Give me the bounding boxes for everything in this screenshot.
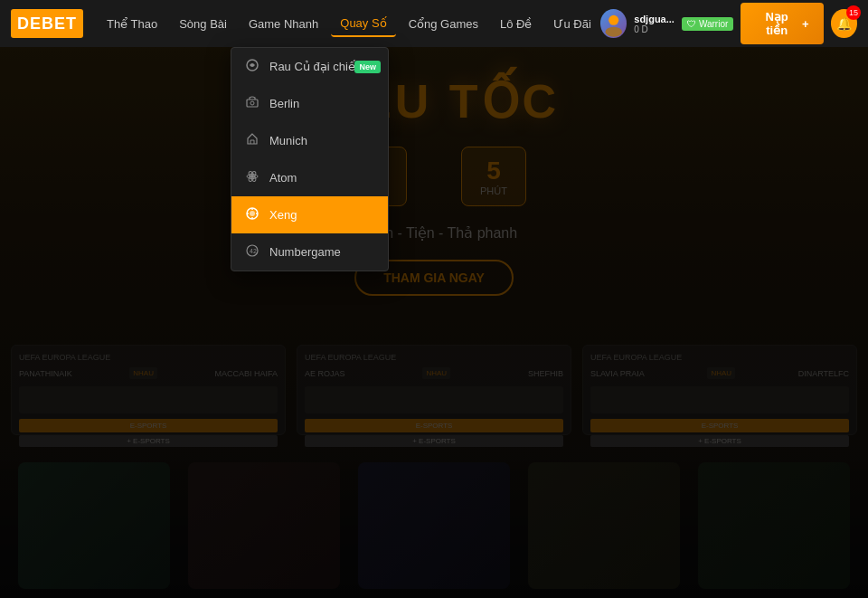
match-label-3: NHAU [707, 367, 735, 379]
notification-bell[interactable]: 🔔 15 [831, 9, 857, 38]
header: DEBET Thể Thao Sòng Bài Game Nhanh Quay … [0, 0, 868, 47]
user-info: sdjgua... 0 D [634, 14, 675, 34]
team1-1: PANATHINAIK [19, 369, 72, 378]
numbergame-icon: 42 [244, 243, 260, 261]
dropdown-menu: Rau Củ đại chiến New Berlin Mun [231, 47, 389, 271]
bet-btn-3[interactable]: E-SPORTS [590, 419, 849, 432]
team2-2: SHEFHIB [528, 369, 563, 378]
team1-2: AE ROJAS [305, 369, 345, 378]
notification-badge: 15 [846, 5, 861, 20]
sport-card-3: UEFA EUROPA LEAGUE SLAVIA PRAIA NHAU DIN… [582, 345, 857, 435]
dropdown-item-atom[interactable]: Atom [231, 159, 388, 196]
content-background: SIÊU TỐC 3 PHÚT 5 PHÚT Nhanh - Tiện - Th… [0, 47, 868, 598]
dropdown-item-rau-cu[interactable]: Rau Củ đại chiến New [231, 48, 388, 85]
munich-label: Munich [269, 134, 375, 147]
sport-cards-row: UEFA EUROPA LEAGUE PANATHINAIK NHAU MACC… [0, 345, 868, 435]
bottom-card-3 [358, 462, 510, 589]
dropdown-item-xeng[interactable]: Xeng [231, 196, 388, 233]
svg-text:42: 42 [250, 248, 257, 254]
warrior-badge: 🛡 Warrior [682, 17, 733, 31]
logo-bet: BET [42, 14, 77, 33]
match-label-1: NHAU [129, 367, 157, 379]
hero-title: SIÊU TỐC [0, 74, 868, 128]
team2-1: MACCABI HAIFA [214, 369, 278, 378]
main-nav: Thể Thao Sòng Bài Game Nhanh Quay Số Cổn… [98, 11, 600, 37]
nav-item-lo-de[interactable]: Lô Đề [491, 12, 541, 36]
league-label-2: UEFA EUROPA LEAGUE [305, 353, 563, 362]
league-label-3: UEFA EUROPA LEAGUE [590, 353, 849, 362]
team2-3: DINARTELFC [798, 369, 849, 378]
atom-label: Atom [269, 171, 375, 185]
sport-card-2: UEFA EUROPA LEAGUE AE ROJAS NHAU SHEFHIB… [297, 345, 571, 435]
deposit-button[interactable]: Nạp tiền + [741, 3, 823, 44]
bet-btn-1[interactable]: E-SPORTS [19, 419, 278, 432]
deposit-label: Nạp tiền [755, 10, 798, 37]
bottom-card-2 [188, 462, 340, 589]
nav-item-quay-so[interactable]: Quay Số [331, 11, 395, 37]
timer-2-value: 5 [480, 157, 507, 185]
more-btn-1[interactable]: + E-SPORTS [19, 435, 278, 447]
nav-item-song-bai[interactable]: Sòng Bài [170, 12, 236, 36]
more-btn-3[interactable]: + E-SPORTS [590, 435, 849, 447]
logo[interactable]: DEBET [11, 9, 83, 38]
logo-de: DE [17, 14, 42, 33]
munich-icon [244, 132, 260, 149]
username: sdjgua... [634, 14, 675, 24]
svg-point-1 [605, 27, 621, 37]
league-label-1: UEFA EUROPA LEAGUE [19, 353, 278, 362]
svg-point-10 [250, 211, 255, 216]
bottom-card-4 [528, 462, 680, 589]
dropdown-item-berlin[interactable]: Berlin [231, 85, 388, 122]
timer-2-label: PHÚT [480, 185, 507, 196]
bottom-cards-row [0, 453, 868, 598]
sport-card-1: UEFA EUROPA LEAGUE PANATHINAIK NHAU MACC… [11, 345, 286, 435]
dropdown-item-munich[interactable]: Munich [231, 122, 388, 159]
bet-btn-2[interactable]: E-SPORTS [305, 419, 563, 432]
plus-icon: + [802, 17, 809, 31]
more-btn-2[interactable]: + E-SPORTS [305, 435, 563, 447]
berlin-label: Berlin [269, 97, 375, 110]
bottom-card-5 [698, 462, 850, 589]
numbergame-label: Numbergame [269, 245, 375, 259]
bottom-card-1 [18, 462, 170, 589]
match-label-2: NHAU [422, 367, 450, 379]
nav-item-game-nhanh[interactable]: Game Nhanh [240, 12, 327, 36]
xeng-label: Xeng [269, 208, 375, 222]
svg-point-4 [250, 101, 254, 105]
timer-box-2: 5 PHÚT [461, 147, 526, 206]
berlin-icon [244, 95, 260, 112]
avatar [600, 9, 627, 38]
xeng-icon [244, 206, 260, 223]
rau-cu-icon [244, 58, 260, 75]
shield-icon: 🛡 [687, 19, 696, 29]
new-badge: New [354, 61, 381, 73]
nav-item-cong-games[interactable]: Cổng Games [400, 12, 487, 36]
timer-boxes: 3 PHÚT 5 PHÚT [0, 147, 868, 206]
warrior-label: Warrior [699, 19, 728, 29]
dropdown-item-numbergame[interactable]: 42 Numbergame [231, 233, 388, 271]
nav-item-the-thao[interactable]: Thể Thao [98, 12, 166, 36]
header-right: sdjgua... 0 D 🛡 Warrior Nạp tiền + 🔔 15 [600, 3, 857, 44]
user-balance: 0 D [634, 24, 675, 34]
atom-icon [244, 169, 260, 186]
nav-item-uu-dai[interactable]: Ưu Đãi [544, 12, 599, 36]
svg-point-0 [609, 15, 618, 25]
hero-section: SIÊU TỐC 3 PHÚT 5 PHÚT Nhanh - Tiện - Th… [0, 74, 868, 296]
team1-3: SLAVIA PRAIA [590, 369, 645, 378]
hero-subtitle: Nhanh - Tiện - Thả phanh [0, 224, 868, 242]
